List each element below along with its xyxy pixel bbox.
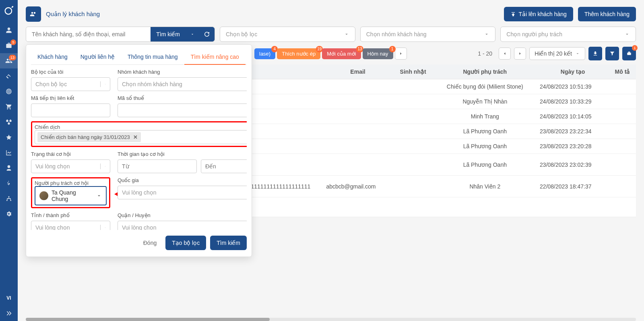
search-dropdown-toggle[interactable] [186,27,199,41]
sidebar-item-customers[interactable]: 13 [0,53,18,68]
col-birthday[interactable]: Sinh nhật [393,64,433,79]
desc-cell [609,154,636,176]
search-button[interactable]: Tìm kiếm [151,27,186,41]
col-created[interactable]: Ngày tạo [537,64,609,79]
province-select[interactable]: Vui lòng chọn [31,221,110,230]
top-owner-select[interactable]: Chọn người phụ trách [500,27,636,42]
search-button-label: Tìm kiếm [156,31,180,37]
created-cell: 24/08/2023 10:14:05 [537,109,609,124]
opportunity-owner-select[interactable]: Ta Quang Chung [35,186,107,205]
status-select[interactable]: Vui lòng chọn [31,159,110,173]
page-range: 1 - 20 [475,50,495,57]
horizontal-scrollbar[interactable] [26,318,636,321]
top-group-select[interactable]: Chọn nhóm khách hàng [360,27,496,42]
export-button[interactable]: 1 [622,47,636,60]
adv-search-button[interactable]: Tìm kiếm [210,236,247,250]
tag-new[interactable]: Mới của mới 13 [322,48,361,59]
time-label: Thời gian tạo cơ hội [118,151,247,157]
page-next-button[interactable] [514,48,526,60]
tab-advanced-search[interactable]: Tìm kiếm nâng cao [184,50,246,65]
col-owner[interactable]: Người phụ trách [433,64,537,79]
sidebar-item-boxes[interactable] [0,114,18,130]
tags-next-button[interactable] [395,48,407,60]
campaign-chip: Chiến dịch bán hàng ngày 31/01/2023 ✕ [37,132,141,142]
upload-label: Tải lên khách hàng [518,11,567,17]
email-cell [323,139,392,154]
tax-input[interactable] [118,104,247,117]
sidebar-item-target[interactable] [0,84,18,99]
sidebar-item-star[interactable] [0,130,18,145]
created-cell: 22/08/2023 18:47:37 [537,176,609,197]
sidebar-item-briefcase[interactable]: 5 [0,38,18,53]
add-customer-button[interactable]: Thêm khách hàng [578,7,636,21]
sidebar-item-chart[interactable] [0,145,18,160]
my-filter-select[interactable]: Chọn bộ lọc [31,77,110,91]
country-select[interactable]: Vui lòng chọn [118,186,247,199]
owner-cell: Chiếc bụng đói (Milient Stone) [433,79,537,94]
owner-cell: Lã Phương Oanh [433,124,537,139]
desc-cell [609,94,636,109]
birthday-cell [393,79,433,94]
page-prev-button[interactable] [499,48,511,60]
desc-cell [609,124,636,139]
app-logo[interactable] [2,3,16,18]
sidebar-expand[interactable] [0,306,18,321]
advanced-search-panel: Khách hàng Người liên hệ Thông tin mua h… [26,44,252,257]
search-refresh-button[interactable] [199,27,215,41]
desc-cell [609,79,636,94]
display-count-select[interactable]: Hiển thị 20 kết [529,47,585,60]
sidebar-item-handshake[interactable] [0,68,18,84]
col-desc[interactable]: Mô tả [609,64,636,79]
tag-base[interactable]: lase) 4 [254,48,275,59]
download-button[interactable] [588,47,602,60]
time-from-input[interactable] [118,159,197,173]
owner-label: Người phụ trách cơ hội [35,180,107,186]
create-filter-button[interactable]: Tạo bộ lọc [165,236,206,250]
sidebar-item-org[interactable] [0,191,18,206]
birthday-cell [393,176,433,197]
svg-rect-7 [627,53,631,55]
owner-cell: Minh Trang [433,109,537,124]
campaign-multiselect[interactable]: Chiến dịch bán hàng ngày 31/01/2023 ✕ ✕ [35,130,247,144]
sidebar-lang[interactable]: VI [0,290,18,306]
close-panel-button[interactable]: Đóng [138,236,161,249]
owner-cell: Lã Phương Oanh [433,154,537,176]
campaign-chip-remove[interactable]: ✕ [133,134,138,140]
email-cell [323,197,392,217]
tab-purchase-info[interactable]: Thông tin mua hàng [121,50,184,64]
country-label: Quốc gia [118,177,247,183]
email-cell [323,79,392,94]
sidebar-item-dollar[interactable] [0,176,18,191]
tag-today[interactable]: Hôm nay 1 [363,48,393,59]
email-cell [323,124,392,139]
customers-badge: 13 [9,55,16,60]
top-filter-select[interactable]: Chọn bộ lọc [220,27,355,42]
affiliate-input[interactable] [31,104,110,117]
sidebar-item-settings[interactable] [0,206,18,222]
svg-point-6 [10,200,11,201]
district-select[interactable]: Vui lòng chọn [118,221,247,230]
time-to-input[interactable] [201,159,247,173]
tag-juice[interactable]: Thích nước ép 19 [277,48,320,59]
sidebar-item-cart[interactable] [0,99,18,114]
svg-point-0 [5,8,12,14]
desc-cell [609,109,636,124]
col-email[interactable]: Email [323,64,392,79]
tab-contacts[interactable]: Người liên hệ [74,50,121,64]
sidebar-item-user[interactable] [0,23,18,38]
tab-customers[interactable]: Khách hàng [31,50,74,64]
search-input[interactable] [26,27,151,41]
status-label: Trạng thái cơ hội [31,151,110,157]
affiliate-label: Mã tiếp thị liên kết [31,95,110,101]
upload-customers-button[interactable]: Tải lên khách hàng [504,7,573,21]
briefcase-badge: 5 [10,39,16,45]
chevron-down-icon [96,193,102,199]
filter-button[interactable] [605,47,619,60]
group-select[interactable]: Chọn nhóm khách hàng [118,77,247,91]
birthday-cell [393,154,433,176]
sidebar-nav: 5 13 [0,0,18,321]
sidebar-item-person[interactable] [0,160,18,176]
customers-icon-button[interactable] [26,6,41,22]
email-cell [323,109,392,124]
created-cell: 23/08/2023 23:22:34 [537,124,609,139]
